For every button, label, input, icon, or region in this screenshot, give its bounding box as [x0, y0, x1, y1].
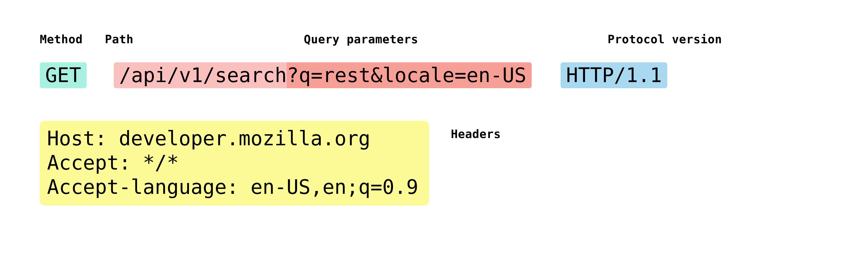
label-path: Path: [105, 33, 304, 46]
label-headers: Headers: [451, 121, 501, 141]
request-query: ?q=rest&locale=en-US: [287, 62, 532, 88]
request-path: /api/v1/search: [114, 62, 287, 88]
request-method: GET: [40, 62, 87, 88]
headers-block: Host: developer.mozilla.org Accept: */* …: [40, 121, 429, 206]
request-protocol: HTTP/1.1: [561, 62, 667, 88]
label-method: Method: [40, 33, 105, 46]
http-request-diagram: Method Path Query parameters Protocol ve…: [0, 0, 868, 206]
labels-row: Method Path Query parameters Protocol ve…: [40, 33, 828, 46]
headers-row: Host: developer.mozilla.org Accept: */* …: [40, 121, 828, 206]
label-query: Query parameters: [304, 33, 575, 46]
request-line: GET /api/v1/search?q=rest&locale=en-US H…: [40, 62, 828, 88]
label-protocol: Protocol version: [608, 33, 722, 46]
